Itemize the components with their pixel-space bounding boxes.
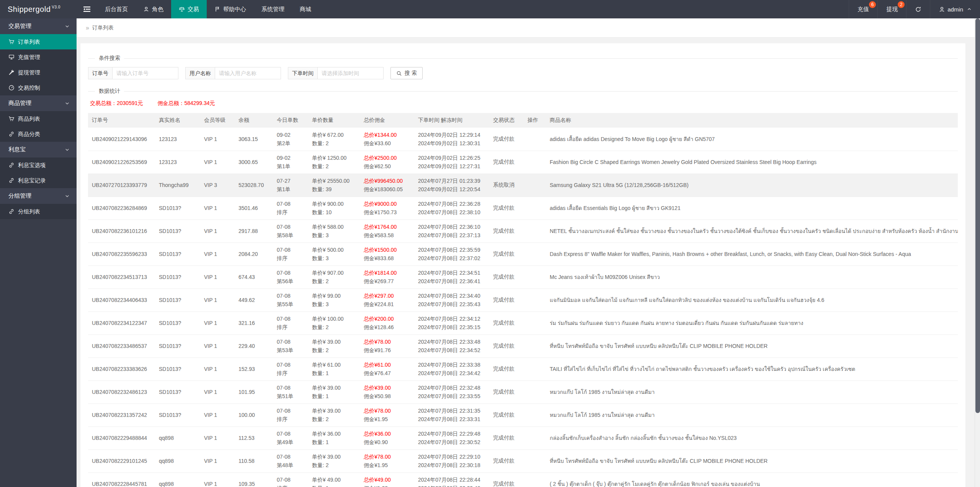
cell-balance: 449.62 <box>235 289 273 312</box>
cell-vip-level: VIP 1 <box>200 472 235 487</box>
cell-total-commission: 总价¥2500.00 佣金¥62.50 <box>360 151 414 174</box>
cell-operation <box>524 128 546 151</box>
nav-item-dashboard[interactable]: 后台首页 <box>97 0 136 18</box>
nav-item-roles[interactable]: 角色 <box>136 0 171 18</box>
cell-balance: 523028.70 <box>235 174 273 197</box>
order-no-input[interactable] <box>113 67 178 79</box>
cell-balance: 112.53 <box>235 426 273 449</box>
cell-total-commission: 总价¥996450.00 佣金¥183060.05 <box>360 174 414 197</box>
username-input[interactable] <box>215 67 281 79</box>
cell-times: 2024年07月27日 01:23:39 2024年09月02日 12:20:5… <box>414 174 489 197</box>
cell-product-name: adidas เสื้อยืด adidas Designed To Move … <box>546 128 958 151</box>
flag-icon <box>214 6 220 12</box>
order-time-field-group: 下单时间 <box>288 67 384 79</box>
cell-status: 完成付款 <box>489 151 524 174</box>
cell-status: 完成付款 <box>489 289 524 312</box>
sidebar-item-trade-control[interactable]: 交易控制 <box>0 80 77 95</box>
cell-real-name: SD1013? <box>155 335 200 357</box>
nav-item-system-management[interactable]: 系统管理 <box>254 0 292 18</box>
cell-unit-price-qty: 单价¥ 100.00 数量: 2 <box>308 312 360 335</box>
cell-times: 2024年07月08日 22:29:10 2024年07月08日 22:30:1… <box>414 449 489 472</box>
cell-real-name: SD1013? <box>155 289 200 312</box>
sidebar-item-withdraw-management[interactable]: 提现管理 <box>0 65 77 80</box>
app-logo: Shippergold V3.0 <box>0 0 77 18</box>
table-row: UB2407082231357242 SD1013? VIP 1 100.00 … <box>88 403 958 426</box>
col-daily-orders: 今日单数 <box>273 113 308 128</box>
refresh-button[interactable] <box>906 0 930 18</box>
cell-total-commission: 总价¥297.00 佣金¥224.81 <box>360 289 414 312</box>
cell-real-name: 123123 <box>155 128 200 151</box>
recharge-button[interactable]: 充值 6 <box>849 0 877 18</box>
col-total-commission: 总价佣金 <box>360 113 414 128</box>
cell-order-no: UB2407082235596233 <box>88 243 155 266</box>
sidebar-item-order-list[interactable]: 订单列表 <box>0 34 77 49</box>
sidebar-group-trade-management[interactable]: 交易管理 <box>0 18 77 34</box>
cell-unit-price-qty: 单价¥ 49.00 数量: 1 <box>308 472 360 487</box>
monitor-icon <box>8 54 15 60</box>
recharge-label: 充值 <box>858 6 869 13</box>
orders-table-body: UB2409021229143096 123123 VIP 1 3063.15 … <box>88 128 958 487</box>
nav-item-trade[interactable]: 交易 <box>171 0 207 18</box>
sidebar-item-product-list[interactable]: 商品列表 <box>0 111 77 126</box>
refresh-icon <box>915 6 921 13</box>
cell-operation <box>524 426 546 449</box>
total-trade-amount: 交易总额：2030591元 <box>90 100 143 106</box>
cell-total-commission: 总价¥200.00 佣金¥128.46 <box>360 312 414 335</box>
cell-unit-price-qty: 单价¥ 39.00 数量: 1 <box>308 380 360 403</box>
chevron-down-icon <box>65 24 70 29</box>
sidebar-group-label: 利息宝 <box>8 146 26 153</box>
sidebar-group-label: 交易管理 <box>8 23 31 30</box>
cell-daily-orders: 09-02 第1单 <box>273 151 308 174</box>
sidebar-item-interest-options[interactable]: 利息宝选项 <box>0 157 77 173</box>
sidebar-item-interest-records[interactable]: 利息宝记录 <box>0 173 77 188</box>
user-menu[interactable]: admin <box>930 0 980 18</box>
cell-status: 系统取消 <box>489 174 524 197</box>
cell-product-name: TAILI ที่ใส่ไข่ไก่ ที่เก็บไข่ไก่ ที่ใส่ไ… <box>546 357 958 380</box>
cell-real-name: 123123 <box>155 151 200 174</box>
app-title: Shippergold <box>8 5 51 14</box>
cell-operation <box>524 289 546 312</box>
order-time-input[interactable] <box>318 67 384 79</box>
cell-times: 2024年07月08日 22:35:59 2024年07月08日 22:37:0… <box>414 243 489 266</box>
cell-times: 2024年07月08日 22:36:28 2024年07月08日 22:38:1… <box>414 197 489 220</box>
cell-order-no: UB2407082234406433 <box>88 289 155 312</box>
scrollbar-thumb[interactable] <box>975 18 980 413</box>
recharge-badge: 6 <box>869 1 876 8</box>
nav-item-help-center[interactable]: 帮助中心 <box>207 0 254 18</box>
cell-balance: 3501.46 <box>235 197 273 220</box>
sidebar-group-group-management[interactable]: 分组管理 <box>0 188 77 204</box>
search-icon <box>396 71 402 76</box>
cell-total-commission: 总价¥9000.00 佣金¥1750.73 <box>360 197 414 220</box>
sidebar-item-recharge-management[interactable]: 充值管理 <box>0 49 77 65</box>
sidebar-item-group-list[interactable]: 分组列表 <box>0 204 77 219</box>
col-order-unfreeze-time: 下单时间 解冻时间 <box>414 113 489 128</box>
cell-unit-price-qty: 单价¥ 900.00 数量: 10 <box>308 197 360 220</box>
sidebar-group-product-management[interactable]: 商品管理 <box>0 95 77 111</box>
cell-balance: 101.95 <box>235 380 273 403</box>
cell-daily-orders: 07-08 第56单 <box>273 266 308 289</box>
cell-operation <box>524 220 546 243</box>
cell-vip-level: VIP 1 <box>200 128 235 151</box>
nav-item-mall[interactable]: 商城 <box>292 0 319 18</box>
chevron-down-icon <box>65 101 70 106</box>
withdraw-button[interactable]: 提现 2 <box>877 0 906 18</box>
cell-product-name: Mc Jeans รองเท้าผ้าใบ M09Z006 Unisex สีข… <box>546 266 958 289</box>
cell-operation <box>524 266 546 289</box>
sidebar-item-product-category[interactable]: 商品分类 <box>0 126 77 142</box>
cell-product-name: แจกันมินิมอล แจกันใส่ดอกไม้ แจกันเกาหลี … <box>546 289 958 312</box>
cell-daily-orders: 07-08 第49单 <box>273 426 308 449</box>
table-row: UB2407082236101216 SD1013? VIP 1 2917.88… <box>88 220 958 243</box>
sidebar-item-label: 提现管理 <box>18 69 40 76</box>
collapse-sidebar-button[interactable] <box>77 0 97 18</box>
cell-real-name: SD1013? <box>155 220 200 243</box>
cell-balance: 229.40 <box>235 335 273 357</box>
col-order-no: 订单号 <box>88 113 155 128</box>
cell-times: 2024年07月08日 22:33:38 2024年07月08日 22:34:4… <box>414 357 489 380</box>
nav-label: 交易 <box>188 6 199 13</box>
search-button[interactable]: 搜 索 <box>390 67 423 79</box>
cell-daily-orders: 07-08 第55单 <box>273 289 308 312</box>
sidebar-group-interest-treasure[interactable]: 利息宝 <box>0 142 77 157</box>
cell-total-commission: 总价¥36.00 佣金¥0.90 <box>360 426 414 449</box>
cell-total-commission: 总价¥61.00 佣金¥76.47 <box>360 357 414 380</box>
cell-unit-price-qty: 单价¥ 99.00 数量: 3 <box>308 289 360 312</box>
